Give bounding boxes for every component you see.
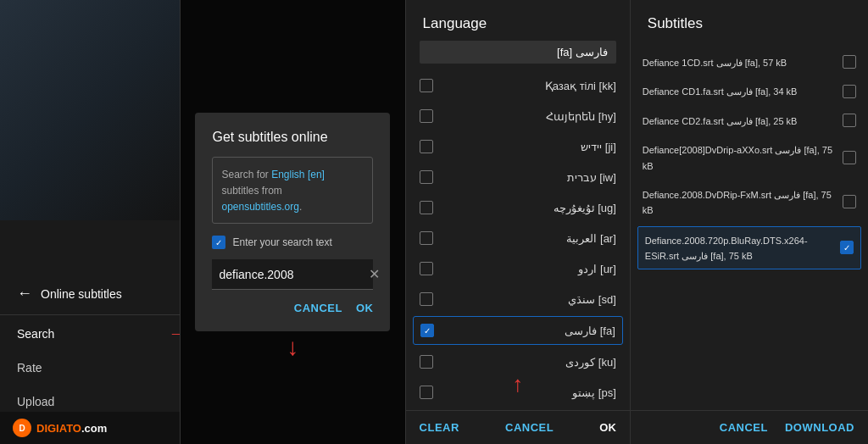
logo-com: .com [81,422,107,435]
lang-checkbox-kk[interactable] [420,79,433,92]
language-ok-button[interactable]: OK [599,421,616,434]
lang-checkbox-iw[interactable] [420,170,433,184]
lang-checkbox-ur[interactable] [420,262,433,275]
lang-item-ur[interactable]: اردو [ur] [406,253,630,284]
subtitles-footer: CANCEL DOWNLOAD ↓ [631,410,868,444]
sidebar-item-search[interactable]: Search → [0,317,180,351]
subtitle-checkbox-0[interactable] [843,55,856,69]
lang-name-ps: پښتو [ps] [445,386,616,399]
language-list: Қазақ тілі [kk] Հայերեն [hy] יידיש [ji] … [406,70,630,410]
subtitles-download-button[interactable]: DOWNLOAD [785,421,854,434]
subtitle-info-1: Defiance CD1.fa.srt فارسی [fa], 34 kB [643,83,836,98]
subtitle-checkbox-5[interactable] [840,241,854,254]
dialog-search-input[interactable] [219,268,367,281]
logo-icon: D [13,419,31,437]
lang-checkbox-fa[interactable] [420,324,434,337]
dialog-clear-icon[interactable]: ✕ [367,264,381,284]
subtitle-checkbox-3[interactable] [843,151,856,164]
lang-checkbox-ji[interactable] [420,140,433,153]
dialog-down-arrow-icon: ↓ [287,334,298,361]
subtitle-info-2: Defiance CD2.fa.srt فارسی [fa], 25 kB [643,113,836,128]
sidebar-item-label: Online subtitles [41,287,122,301]
language-clear-button[interactable]: CLEAR [420,421,459,434]
subtitle-item-0[interactable]: Defiance 1CD.srt فارسی [fa], 57 kB [631,47,868,76]
lang-name-ar: العربية [ar] [445,232,616,245]
subtitle-checkbox-2[interactable] [843,114,856,127]
logo-text: DIGIATO.com [36,422,107,435]
get-subtitles-dialog: Get subtitles online Search for English … [195,113,390,331]
lang-item-ug[interactable]: ئۇيغۇرچە [ug] [406,192,630,223]
lang-item-sd[interactable]: سنڌي [sd] [406,284,630,314]
sidebar-panel: ← Online subtitles Search → Rate Upload … [0,0,180,444]
subtitles-panel-header: Subtitles [631,0,868,41]
enter-search-label: Enter your search text [232,236,331,248]
english-lang-link[interactable]: English [en] [271,169,325,180]
dialog-title: Get subtitles online [212,130,373,145]
dialog-panel: Get subtitles online Search for English … [181,0,404,444]
lang-checkbox-hy[interactable] [420,109,433,123]
lang-checkbox-ar[interactable] [420,231,433,245]
subtitle-info-3: Defiance[2008]DvDrip-aXXo.srt فارسی [fa]… [643,142,836,173]
lang-name-kk: Қазақ тілі [kk] [445,80,616,92]
dialog-search-row[interactable]: ✕ [212,259,373,290]
dialog-cancel-button[interactable]: CANCEL [294,302,342,314]
language-footer: CLEAR CANCEL OK [406,410,630,444]
language-panel-header: Language [406,0,630,41]
dialog-info-box: Search for English [en] subtitles from o… [212,157,373,224]
subtitle-checkbox-1[interactable] [843,85,856,98]
lang-item-iw[interactable]: עברית [iw] [406,162,630,192]
subtitle-name-3: Defiance[2008]DvDrip-aXXo.srt فارسی [fa]… [643,145,832,170]
subtitle-checkbox-4[interactable] [843,195,856,208]
lang-checkbox-ku[interactable] [420,355,433,369]
back-arrow-icon: ← [17,285,32,302]
subtitles-panel: Subtitles Defiance 1CD.srt فارسی [fa], 5… [631,0,868,444]
red-arrow-icon: → [168,323,180,345]
lang-name-iw: עברית [iw] [445,171,616,184]
lang-item-hy[interactable]: Հայերեն [hy] [406,101,630,131]
sidebar-item-upload[interactable]: Upload [0,385,180,419]
language-search-box[interactable]: فارسی [fa] [420,41,616,64]
lang-checkbox-ps[interactable] [420,386,433,399]
sidebar-search-label: Search [17,327,54,341]
sidebar-rate-label: Rate [17,361,42,375]
lang-up-arrow-icon: ↑ [512,371,523,397]
lang-item-ar[interactable]: العربية [ar] [406,223,630,253]
dialog-info-text: Search for English [en] subtitles from o… [221,169,324,213]
lang-checkbox-sd[interactable] [420,292,433,306]
enter-search-checkbox-row[interactable]: Enter your search text [212,236,373,249]
subtitles-cancel-button[interactable]: CANCEL [720,421,768,434]
lang-item-kk[interactable]: Қазақ тілі [kk] [406,70,630,101]
sidebar-item-online-subtitles[interactable]: ← Online subtitles [0,275,180,313]
sidebar-item-rate[interactable]: Rate [0,351,180,385]
lang-name-ji: יידיש [ji] [445,141,616,153]
subtitle-item-5[interactable]: Defiance.2008.720p.BluRay.DTS.x264-ESiR.… [637,226,861,269]
lang-name-ug: ئۇيغۇرچە [ug] [445,202,616,214]
lang-name-ur: اردو [ur] [445,263,616,275]
opensubtitles-link[interactable]: opensubtitles.org [221,201,298,213]
subtitle-item-3[interactable]: Defiance[2008]DvDrip-aXXo.srt فارسی [fa]… [631,135,868,180]
subtitle-list: Defiance 1CD.srt فارسی [fa], 57 kB Defia… [631,41,868,410]
enter-search-checkbox[interactable] [212,236,225,249]
lang-name-hy: Հայերեն [hy] [445,110,616,123]
subtitle-name-2: Defiance CD2.fa.srt فارسی [fa], 25 kB [643,116,798,126]
dialog-actions: CANCEL OK [212,302,373,314]
language-search-value: فارسی [fa] [557,46,608,58]
lang-item-fa[interactable]: فارسی [fa] [413,316,623,345]
sidebar-upload-label: Upload [17,395,54,408]
lang-name-ku: کوردی [ku] [445,356,616,369]
language-panel: Language فارسی [fa] Қазақ тілі [kk] Հայե… [406,0,630,444]
subtitle-name-4: Defiance.2008.DvDRip-FxM.srt فارسی [fa],… [643,190,832,215]
subtitle-item-2[interactable]: Defiance CD2.fa.srt فارسی [fa], 25 kB [631,106,868,135]
dialog-ok-button[interactable]: OK [356,302,374,314]
subtitle-item-4[interactable]: Defiance.2008.DvDRip-FxM.srt فارسی [fa],… [631,180,868,225]
subtitle-name-0: Defiance 1CD.srt فارسی [fa], 57 kB [643,58,787,68]
language-cancel-button[interactable]: CANCEL [505,421,554,434]
lang-name-fa: فارسی [fa] [446,325,615,337]
subtitle-item-1[interactable]: Defiance CD1.fa.srt فارسی [fa], 34 kB [631,76,868,105]
lang-name-sd: سنڌي [sd] [445,293,616,306]
lang-checkbox-ug[interactable] [420,201,433,214]
lang-item-ji[interactable]: יידיש [ji] [406,131,630,162]
subtitle-info-5: Defiance.2008.720p.BluRay.DTS.x264-ESiR.… [645,232,833,264]
subtitle-name-5: Defiance.2008.720p.BluRay.DTS.x264-ESiR.… [645,236,808,261]
subtitle-info-4: Defiance.2008.DvDRip-FxM.srt فارسی [fa],… [643,186,836,218]
